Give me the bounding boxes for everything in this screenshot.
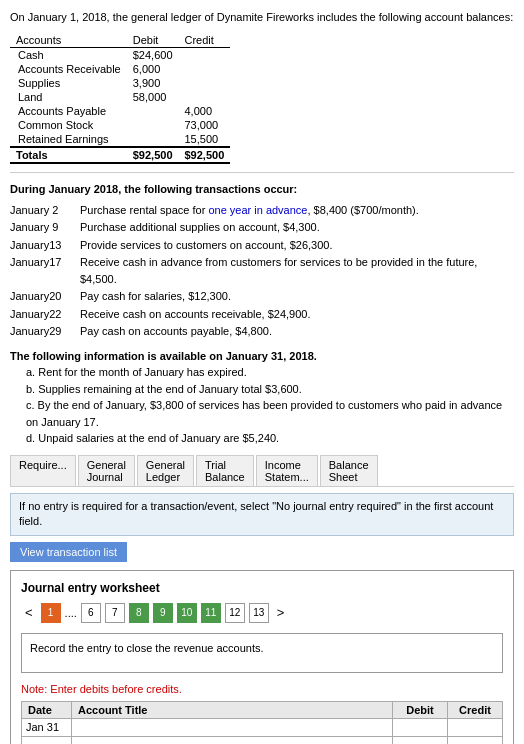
info-item-a: a. Rent for the month of January has exp…	[26, 364, 514, 381]
transaction-item: January 9 Purchase additional supplies o…	[10, 219, 514, 236]
transaction-item: January17 Receive cash in advance from c…	[10, 254, 514, 287]
instruction-text: Record the entry to close the revenue ac…	[30, 642, 264, 654]
next-page-button[interactable]: >	[273, 605, 289, 620]
info-item-b: b. Supplies remaining at the end of Janu…	[26, 381, 514, 398]
info-item-c: c. By the end of January, $3,800 of serv…	[26, 397, 514, 430]
page-button-8[interactable]: 8	[129, 603, 149, 623]
note-text: Note: Enter debits before credits.	[21, 683, 503, 695]
additional-info-section: The following information is available o…	[10, 348, 514, 447]
entry-row-1: Jan 31	[22, 718, 503, 736]
entry-account-1[interactable]	[72, 718, 393, 736]
entry-credit-input-2[interactable]	[452, 739, 498, 744]
info-item-d: d. Unpaid salaries at the end of January…	[26, 430, 514, 447]
prev-page-button[interactable]: <	[21, 605, 37, 620]
page-button-7[interactable]: 7	[105, 603, 125, 623]
entry-account-2[interactable]	[72, 736, 393, 744]
transactions-section: During January 2018, the following trans…	[10, 181, 514, 340]
divider-1	[10, 172, 514, 173]
view-transaction-button[interactable]: View transaction list	[10, 542, 127, 562]
transaction-item: January13 Provide services to customers …	[10, 237, 514, 254]
col-header-credit: Credit	[448, 701, 503, 718]
entry-debit-input-2[interactable]	[397, 739, 443, 744]
entry-debit-input-1[interactable]	[397, 721, 443, 733]
transactions-header: During January 2018, the following trans…	[10, 181, 514, 198]
entry-credit-input-1[interactable]	[452, 721, 498, 733]
additional-info-header: The following information is available o…	[10, 348, 514, 365]
entry-debit-1[interactable]	[393, 718, 448, 736]
col-header-date: Date	[22, 701, 72, 718]
col-header-debit: Debit	[393, 701, 448, 718]
entry-table: Date Account Title Debit Credit Jan 31	[21, 701, 503, 744]
journal-entry-box: Journal entry worksheet < 1 .... 6 7 8 9…	[10, 570, 514, 744]
table-row: Land 58,000	[10, 90, 230, 104]
page-button-6[interactable]: 6	[81, 603, 101, 623]
page-ellipsis: ....	[65, 607, 77, 619]
balance-table: Accounts Debit Credit Cash $24,600 Accou…	[10, 33, 230, 164]
tab-balance-sheet[interactable]: BalanceSheet	[320, 455, 378, 486]
col-header-accounts: Accounts	[10, 33, 127, 48]
tab-require[interactable]: Require...	[10, 455, 76, 486]
tab-income-statement[interactable]: IncomeStatem...	[256, 455, 318, 486]
transaction-item: January22 Receive cash on accounts recei…	[10, 306, 514, 323]
entry-row-2	[22, 736, 503, 744]
table-row: Retained Earnings 15,500	[10, 132, 230, 147]
info-box: If no entry is required for a transactio…	[10, 493, 514, 536]
nav-tabs: Require... GeneralJournal GeneralLedger …	[10, 455, 514, 487]
intro-text: On January 1, 2018, the general ledger o…	[10, 10, 514, 25]
entry-credit-2[interactable]	[448, 736, 503, 744]
record-instruction: Record the entry to close the revenue ac…	[21, 633, 503, 673]
table-row: Accounts Receivable 6,000	[10, 62, 230, 76]
col-header-account: Account Title	[72, 701, 393, 718]
journal-entry-title: Journal entry worksheet	[21, 581, 503, 595]
page-button-10[interactable]: 10	[177, 603, 197, 623]
entry-date-2	[22, 736, 72, 744]
col-header-debit: Debit	[127, 33, 179, 48]
transaction-item: January29 Pay cash on accounts payable, …	[10, 323, 514, 340]
totals-row: Totals $92,500 $92,500	[10, 147, 230, 163]
entry-debit-2[interactable]	[393, 736, 448, 744]
table-row: Supplies 3,900	[10, 76, 230, 90]
tab-trial-balance[interactable]: TrialBalance	[196, 455, 254, 486]
tab-general-ledger[interactable]: GeneralLedger	[137, 455, 194, 486]
page-button-13[interactable]: 13	[249, 603, 269, 623]
transaction-item: January 2 Purchase rental space for one …	[10, 202, 514, 219]
entry-account-input-2[interactable]	[76, 739, 388, 744]
page-button-11[interactable]: 11	[201, 603, 221, 623]
tab-general-journal[interactable]: GeneralJournal	[78, 455, 135, 486]
table-row: Common Stock 73,000	[10, 118, 230, 132]
entry-credit-1[interactable]	[448, 718, 503, 736]
table-row: Cash $24,600	[10, 48, 230, 63]
info-list: a. Rent for the month of January has exp…	[26, 364, 514, 447]
info-box-text: If no entry is required for a transactio…	[19, 500, 493, 527]
page-button-9[interactable]: 9	[153, 603, 173, 623]
col-header-credit: Credit	[179, 33, 231, 48]
page-button-1[interactable]: 1	[41, 603, 61, 623]
page-button-12[interactable]: 12	[225, 603, 245, 623]
transaction-item: January20 Pay cash for salaries, $12,300…	[10, 288, 514, 305]
entry-account-input-1[interactable]	[76, 721, 388, 733]
entry-date-1: Jan 31	[22, 718, 72, 736]
table-row: Accounts Payable 4,000	[10, 104, 230, 118]
pagination: < 1 .... 6 7 8 9 10 11 12 13 >	[21, 603, 503, 623]
